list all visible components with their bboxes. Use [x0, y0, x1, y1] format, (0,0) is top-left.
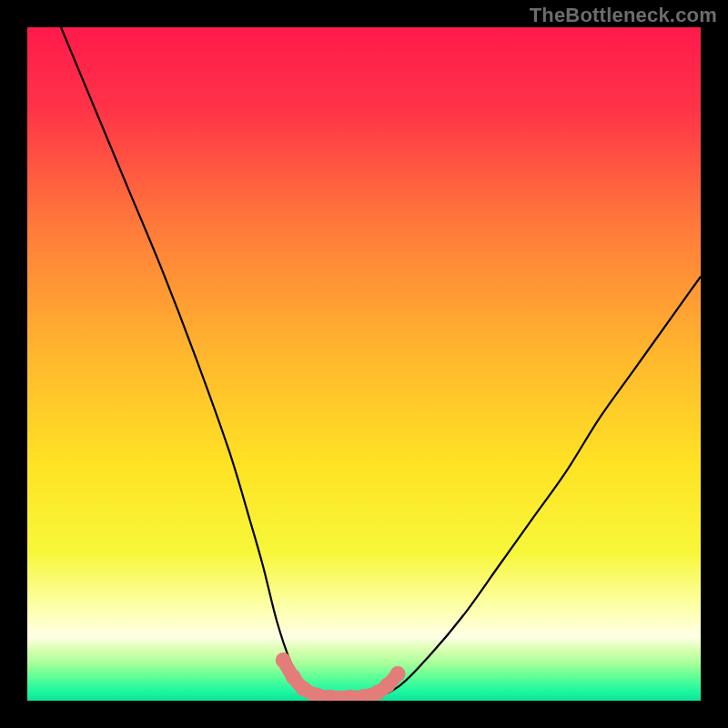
chart-frame: TheBottleneck.com	[0, 0, 728, 728]
bottleneck-curve	[61, 27, 701, 701]
watermark-text: TheBottleneck.com	[530, 4, 717, 27]
marker-dot	[296, 681, 311, 696]
plot-area	[27, 27, 701, 701]
curve-layer	[27, 27, 701, 701]
marker-dot	[390, 666, 406, 682]
optimal-range-markers	[276, 652, 406, 701]
marker-dot	[276, 652, 291, 668]
